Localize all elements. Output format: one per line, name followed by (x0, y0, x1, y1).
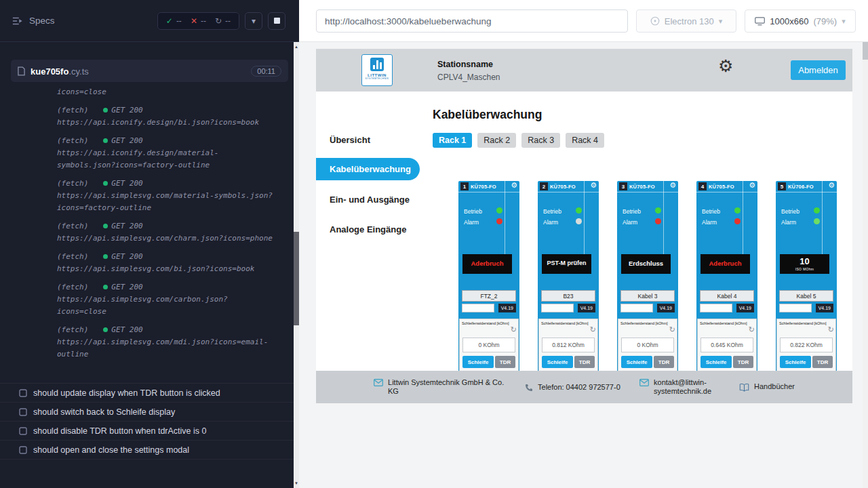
card-divider-horizontal (696, 192, 757, 192)
device-settings-gear-icon[interactable]: ⚙ (749, 181, 755, 190)
alarm-label: Alarm (623, 219, 637, 226)
viewport-selector[interactable]: 1000x660 (79%) ▾ (745, 9, 856, 33)
scroll-up-arrow-icon[interactable]: ▲ (294, 44, 299, 49)
test-row[interactable]: should disable TDR button when tdrActive… (0, 422, 299, 441)
browser-selector[interactable]: Electron 130 ▾ (636, 9, 736, 33)
runner-controls: ✓-- ✕-- ↻-- ▾ (157, 12, 285, 30)
tab-rack-2[interactable]: Rack 2 (477, 133, 516, 148)
tdr-button[interactable]: TDR (812, 356, 833, 368)
tdr-button[interactable]: TDR (574, 356, 595, 368)
pending-refresh-icon: ↻ (215, 16, 222, 26)
schleife-button[interactable]: Schleife (621, 356, 652, 368)
scroll-down-arrow-icon[interactable]: ▼ (294, 481, 299, 486)
settings-gear-icon[interactable]: ⚙ (718, 56, 733, 76)
log-url: https://api.simplesvg.com/bi.json?icons=… (57, 263, 275, 275)
betrieb-led (655, 207, 661, 214)
device-settings-gear-icon[interactable]: ⚙ (590, 181, 597, 190)
nav-item-kabelueberwachung[interactable]: Kabelüberwachung (316, 158, 420, 180)
refresh-icon[interactable]: ↻ (669, 325, 675, 334)
aut-canvas: LITTWIN SYSTEMTECHNIK Stationsname CPLV4… (299, 42, 863, 488)
tab-rack-1[interactable]: Rack 1 (433, 133, 472, 148)
device-model-label: KÜ706-FO (788, 184, 814, 190)
device-card: 3 KÜ705-FO ⚙ Betrieb Alarm Erdschluss (617, 181, 678, 371)
tab-rack-4[interactable]: Rack 4 (566, 133, 604, 148)
specs-menu-button[interactable]: Specs (12, 16, 55, 26)
test-block-icon (19, 408, 27, 416)
log-entry[interactable]: (fetch)GET 200 https://api.iconify.desig… (57, 135, 275, 171)
right-scrollbar[interactable] (863, 42, 868, 488)
refresh-icon[interactable]: ↻ (511, 325, 517, 334)
betrieb-label: Betrieb (702, 208, 720, 215)
schleife-button[interactable]: Schleife (780, 356, 811, 368)
device-settings-gear-icon[interactable]: ⚙ (669, 181, 676, 190)
url-input[interactable] (316, 9, 628, 33)
log-status: GET 200 (111, 283, 142, 291)
test-row[interactable]: should update display when TDR button is… (0, 384, 299, 403)
device-number-badge: 5 (778, 182, 786, 190)
log-entry[interactable]: (fetch)GET 200 https://api.simplesvg.com… (57, 324, 275, 361)
logout-button[interactable]: Abmelden (791, 60, 846, 80)
failed-count: -- (201, 16, 206, 26)
card-divider-horizontal (776, 192, 837, 192)
mail-icon (639, 379, 649, 386)
log-status: GET 200 (111, 252, 142, 261)
success-dot-icon (103, 327, 108, 332)
tab-rack-3[interactable]: Rack 3 (521, 133, 560, 148)
refresh-icon[interactable]: ↻ (590, 325, 596, 334)
left-scrollbar[interactable]: ▲ ▼ (294, 42, 299, 488)
collapse-button[interactable]: ▾ (245, 12, 262, 30)
measurement-panel: Schleifenwiderstand [kOhm] ↻ 0.812 KOhm … (538, 319, 598, 371)
alarm-led (655, 218, 661, 224)
test-row[interactable]: should switch back to Schleife display (0, 403, 299, 422)
log-entry[interactable]: (fetch)GET 200 https://api.iconify.desig… (57, 104, 275, 129)
test-row[interactable]: should open and close the settings modal (0, 441, 299, 460)
footer-email[interactable]: kontakt@littwin-systemtechnik.de (639, 378, 722, 396)
device-model-label: KÜ705-FO (550, 184, 576, 190)
tdr-button[interactable]: TDR (733, 356, 753, 368)
log-entry[interactable]: (fetch)GET 200 https://api.simplesvg.com… (57, 251, 275, 275)
stop-button[interactable] (268, 12, 285, 30)
left-scrollbar-thumb[interactable] (294, 232, 299, 325)
log-continuation-line[interactable]: icons=close (57, 86, 275, 98)
schleife-button[interactable]: Schleife (701, 356, 732, 368)
log-entry[interactable]: (fetch)GET 200 https://api.simplesvg.com… (57, 281, 275, 318)
station-name: CPLV4_Maschen (437, 73, 500, 82)
firmware-version: V4.19 (736, 304, 754, 312)
schleife-button[interactable]: Schleife (542, 356, 573, 368)
firmware-version: V4.19 (816, 304, 833, 312)
alarm-label: Alarm (543, 219, 558, 226)
phone-icon (525, 384, 533, 392)
spec-file-icon (18, 66, 25, 76)
device-settings-gear-icon[interactable]: ⚙ (511, 181, 517, 190)
footer-manuals-link[interactable]: Handbücher (739, 382, 795, 392)
success-dot-icon (103, 224, 108, 228)
version-field (779, 304, 812, 312)
measurement-label: Schleifenwiderstand [kOhm] (541, 321, 591, 325)
spec-file-header[interactable]: kue705fo.cy.ts 00:11 (11, 60, 288, 82)
test-title: should update display when TDR button is… (33, 388, 220, 398)
refresh-icon[interactable]: ↻ (828, 325, 834, 334)
betrieb-led (814, 207, 820, 214)
status-text: Aderbruch (709, 260, 741, 267)
stat-failed: ✕-- (191, 16, 206, 26)
viewport-zoom: (79%) (813, 16, 837, 26)
nav-item-analoge-eingaenge[interactable]: Analoge Eingänge (330, 224, 406, 235)
runner-topbar: Specs ✓-- ✕-- ↻-- ▾ (0, 0, 299, 42)
log-status: GET 200 (111, 325, 142, 334)
log-entry[interactable]: (fetch)GET 200 https://api.simplesvg.com… (57, 178, 275, 214)
schleife-button[interactable]: Schleife (462, 356, 494, 368)
log-entry[interactable]: (fetch)GET 200 https://api.simplesvg.com… (57, 220, 275, 245)
betrieb-led (496, 207, 502, 214)
nav-item-uebersicht[interactable]: Übersicht (330, 135, 370, 145)
tdr-button[interactable]: TDR (495, 356, 515, 368)
cable-name: Kabel 5 (779, 290, 833, 302)
device-number-badge: 2 (540, 182, 548, 190)
device-settings-gear-icon[interactable]: ⚙ (828, 181, 835, 190)
nav-item-ein-und-ausgaenge[interactable]: Ein- und Ausgänge (330, 195, 410, 205)
right-scrollbar-thumb[interactable] (863, 42, 868, 60)
refresh-icon[interactable]: ↻ (749, 325, 755, 334)
success-dot-icon (103, 138, 108, 143)
tdr-button[interactable]: TDR (654, 356, 674, 368)
log-url: https://api.simplesvg.com/material-symbo… (57, 190, 275, 214)
measurement-label: Schleifenwiderstand [kOhm] (462, 321, 512, 325)
